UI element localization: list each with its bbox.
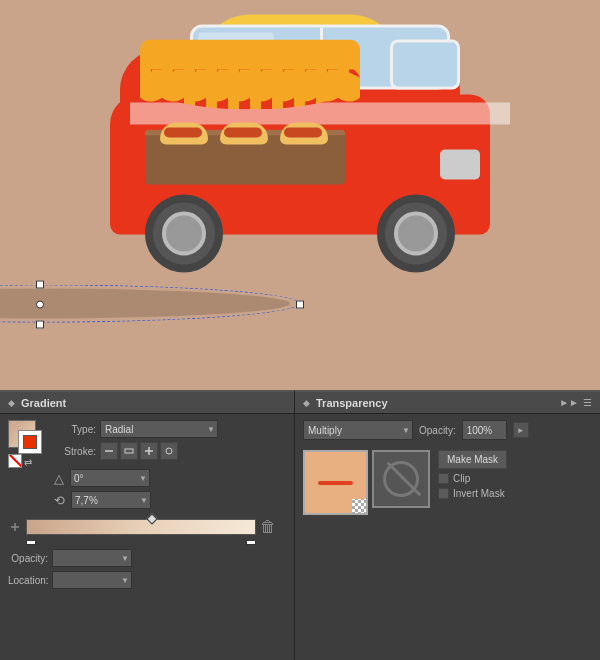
center-point[interactable] [36,301,44,309]
no-symbol [383,461,419,497]
hotdog-counter [160,123,328,145]
awning [140,40,360,110]
add-stop-btn[interactable] [8,520,22,534]
invert-mask-row: Invert Mask [438,488,507,499]
blend-mode-value: Multiply [308,425,342,436]
gradient-stop-right[interactable] [246,535,256,545]
blend-row: Multiply ▼ Opacity: 100% ► [295,414,600,444]
svg-rect-4 [125,449,133,453]
type-value: Radial [105,424,133,435]
scale-dropdown-arrow: ▼ [140,496,148,505]
location-select-arrow: ▼ [121,576,129,585]
clip-row: Clip [438,473,507,484]
stroke-icon-3[interactable] [140,442,158,460]
shadow-ellipse-group [0,285,300,325]
hotdog-item-1 [160,123,208,145]
stroke-icons [100,442,178,460]
awning-stripes [140,70,360,110]
angle-dropdown-arrow: ▼ [139,474,147,483]
truck-body [90,65,510,275]
selection-border [0,285,300,323]
gradient-panel-title: Gradient [21,397,66,409]
opacity-label: Opacity: [8,553,48,564]
hotdog-item-3 [280,123,328,145]
svg-point-7 [166,448,172,454]
gradient-panel-body: ⇄ Type: Radial ▼ Stroke: [0,414,294,595]
angle-value: 0° [74,473,84,484]
clip-checkbox[interactable] [438,473,449,484]
stroke-icon-4[interactable] [160,442,178,460]
van-window-right [390,40,460,90]
panel-icons-right: ►► ☰ [559,397,592,408]
bumper-front [440,150,480,180]
transparency-panel: ◆ Transparency ►► ☰ Multiply ▼ Opacity: … [295,390,600,660]
panels-row: ◆ Gradient ⇄ [0,390,600,660]
stroke-icon-1[interactable] [100,442,118,460]
arrows-icon[interactable]: ⇄ [24,457,32,468]
stroke-icon-2[interactable] [120,442,138,460]
panel-expand-icon[interactable]: ►► [559,397,579,408]
type-select[interactable]: Radial ▼ [100,420,218,438]
gradient-panel: ◆ Gradient ⇄ [0,390,295,660]
transparency-collapse-arrow[interactable]: ◆ [303,398,310,408]
mask-area: Make Mask Clip Invert Mask [295,444,600,521]
mask-preview-filled[interactable] [303,450,368,515]
delete-stop-btn[interactable]: 🗑 [260,519,276,535]
gradient-midpoint[interactable] [147,513,158,524]
transparency-panel-title: Transparency [316,397,388,409]
scale-value: 7,7% [75,495,98,506]
gradient-panel-header: ◆ Gradient [0,392,294,414]
location-row: Location: ▼ [8,571,286,589]
handle-top[interactable] [36,281,44,289]
opacity-row: Opacity: ▼ [8,549,286,567]
invert-mask-label: Invert Mask [453,488,505,499]
mask-stripe [318,481,353,485]
transparency-panel-header: ◆ Transparency ►► ☰ [295,392,600,414]
blend-mode-select[interactable]: Multiply ▼ [303,420,413,440]
opacity-expand-btn[interactable]: ► [513,422,529,438]
opacity-select[interactable]: ▼ [52,549,132,567]
header-left-group: ◆ Transparency [303,397,388,409]
invert-mask-checkbox[interactable] [438,488,449,499]
hotdog-item-2 [220,123,268,145]
location-select[interactable]: ▼ [52,571,132,589]
scale-icon: ⟲ [54,493,65,508]
handle-right[interactable] [296,301,304,309]
mask-buttons: Make Mask Clip Invert Mask [438,450,507,499]
opacity-input-t[interactable]: 100% [462,420,507,440]
location-label: Location: [8,575,48,586]
type-row: Type: Radial ▼ [56,420,286,438]
opacity-value-t: 100% [467,425,493,436]
canvas-area [0,0,600,390]
make-mask-button[interactable]: Make Mask [438,450,507,469]
scale-row: ⟲ 7,7% ▼ [54,491,286,509]
stroke-row: Stroke: [56,442,286,460]
opacity-select-arrow: ▼ [121,554,129,563]
clip-label: Clip [453,473,470,484]
gradient-collapse-arrow[interactable]: ◆ [8,398,15,408]
scale-input[interactable]: 7,7% ▼ [71,491,151,509]
angle-row: △ 0° ▼ [54,469,286,487]
angle-input[interactable]: 0° ▼ [70,469,150,487]
angle-icon: △ [54,471,64,486]
wheel-left [145,195,223,273]
handle-bottom[interactable] [36,321,44,329]
stroke-label: Stroke: [56,446,96,457]
gradient-stop-left[interactable] [26,535,36,545]
mask-thumbnails [303,450,430,515]
opacity-label-t: Opacity: [419,425,456,436]
gradient-bar-area: 🗑 [8,519,286,535]
mask-empty-slot[interactable] [372,450,430,508]
truck-illustration [70,25,530,335]
type-label: Type: [56,424,96,435]
alpha-indicator [352,499,366,513]
no-fill-icon[interactable] [8,454,22,468]
gradient-bar[interactable] [26,519,256,535]
panel-menu-icon[interactable]: ☰ [583,397,592,408]
blend-dropdown-arrow: ▼ [402,426,410,435]
type-dropdown-arrow: ▼ [207,425,215,434]
wheel-right [377,195,455,273]
gradient-stroke-overlay[interactable] [18,430,42,454]
